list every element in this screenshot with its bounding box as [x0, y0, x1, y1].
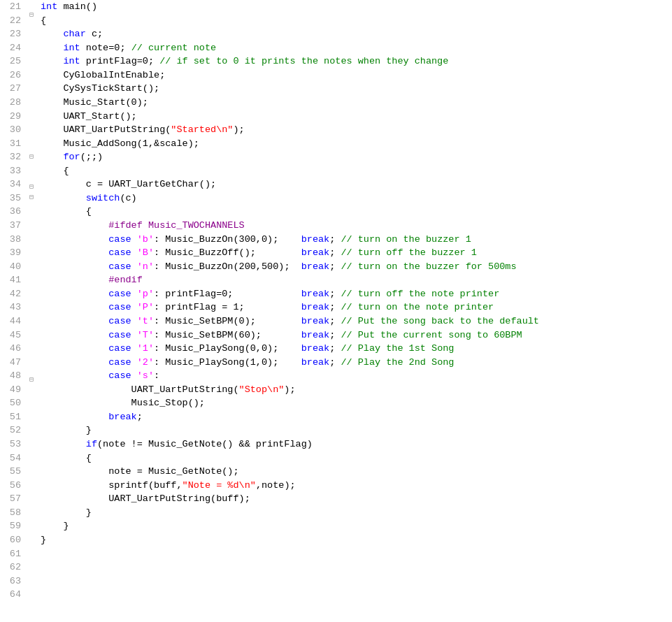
- plain-token: : Music_SetBPM(60);: [154, 330, 301, 340]
- plain-token: [131, 357, 137, 368]
- line-number: 26: [3, 68, 21, 82]
- plain-token: [41, 234, 108, 245]
- fold-marker: [27, 142, 36, 152]
- kw-token: break: [301, 330, 330, 340]
- code-line: sprintf(buff,"Note = %d\n",note);: [41, 479, 672, 493]
- cm-token: // current note: [131, 43, 217, 53]
- plain-token: [41, 275, 108, 285]
- plain-token: }: [41, 535, 46, 545]
- code-line: case '2': Music_PlaySong(1,0); break; //…: [41, 356, 672, 370]
- fold-marker[interactable]: ⊟: [27, 182, 36, 193]
- line-number: 60: [3, 533, 21, 547]
- plain-token: UART_UartPutString(buff);: [41, 493, 250, 504]
- fold-marker: [27, 101, 36, 112]
- line-number: 43: [3, 301, 21, 314]
- plain-token: {: [41, 166, 69, 176]
- fold-marker[interactable]: ⊟: [27, 375, 36, 386]
- cm-token: // Put the current song to 60BPM: [341, 330, 522, 340]
- plain-token: );: [233, 124, 244, 135]
- cm-token: // turn on the buzzer for 500ms: [341, 261, 516, 272]
- fold-marker[interactable]: ⊟: [27, 193, 36, 203]
- fold-marker: [27, 385, 36, 396]
- fold-marker: [27, 263, 36, 274]
- plain-token: : Music_BuzzOn(300,0);: [154, 234, 301, 245]
- line-number: 48: [3, 369, 21, 383]
- plain-token: (c): [120, 193, 136, 203]
- plain-token: {: [41, 453, 92, 463]
- fold-marker: [27, 294, 36, 305]
- plain-token: CySysTickStart();: [41, 83, 159, 94]
- code-line: }: [41, 519, 672, 533]
- kw-token: case: [108, 261, 131, 272]
- code-line: UART_UartPutString("Stop\n");: [41, 383, 672, 397]
- line-number: 36: [3, 205, 21, 219]
- plain-token: [131, 234, 137, 245]
- plain-token: [41, 289, 108, 299]
- line-number: 37: [3, 219, 21, 233]
- line-number: 44: [3, 314, 21, 328]
- kw-token: int: [41, 1, 57, 12]
- fold-marker: [27, 426, 36, 436]
- fold-marker: [27, 436, 36, 447]
- fold-marker: [27, 112, 36, 122]
- plain-token: Music_AddSong(1,&scale);: [41, 138, 199, 149]
- kw-token: break: [301, 289, 330, 299]
- plain-token: ;: [329, 261, 341, 272]
- fold-marker: [27, 345, 36, 355]
- plain-token: note = Music_GetNote();: [41, 466, 239, 477]
- code-line: {: [41, 164, 672, 178]
- plain-token: ;: [137, 412, 143, 422]
- plain-token: ;: [329, 330, 341, 340]
- fold-marker: [27, 254, 36, 264]
- line-number: 23: [3, 27, 21, 41]
- fold-marker: [27, 233, 36, 244]
- fold-marker: [27, 173, 36, 183]
- plain-token: printFlag=0;: [80, 56, 159, 66]
- line-number: 31: [3, 137, 21, 151]
- cm-token: // turn on the note printer: [341, 302, 494, 312]
- plain-token: ;: [329, 247, 341, 258]
- code-line: int printFlag=0; // if set to 0 it print…: [41, 55, 672, 68]
- fold-marker[interactable]: ⊟: [27, 10, 36, 21]
- kw-token: int: [63, 43, 80, 53]
- line-number: 34: [3, 178, 21, 191]
- code-line: UART_Start();: [41, 110, 672, 124]
- code-line: case 'b': Music_BuzzOn(300,0); break; //…: [41, 233, 672, 247]
- fold-marker[interactable]: ⊟: [27, 152, 36, 163]
- plain-token: [41, 152, 63, 162]
- plain-token: CyGlobalIntEnable;: [41, 70, 165, 80]
- plain-token: ;: [329, 316, 341, 326]
- plain-token: Music_Start(0);: [41, 97, 148, 108]
- line-number: 29: [3, 110, 21, 124]
- kw-token: for: [63, 152, 80, 162]
- plain-token: [41, 343, 108, 354]
- plain-token: ;: [329, 357, 341, 368]
- plain-token: [41, 412, 108, 422]
- plain-token: [41, 357, 108, 368]
- pp-token: #endif: [108, 275, 143, 285]
- fold-marker: [27, 61, 36, 71]
- code-line: case 'T': Music_SetBPM(60); break; // Pu…: [41, 328, 672, 342]
- code-line: {: [41, 14, 672, 28]
- char-lit-token: 'B': [137, 247, 154, 258]
- code-line: for(;;): [41, 150, 672, 164]
- kw-token: break: [301, 261, 330, 272]
- kw-token: break: [301, 247, 330, 258]
- plain-token: c;: [86, 29, 103, 39]
- fold-gutter[interactable]: ⊟ ⊟ ⊟⊟ ⊟: [27, 0, 36, 622]
- str-token: "Stop\n": [239, 384, 285, 395]
- kw-token: case: [108, 302, 131, 312]
- line-number: 50: [3, 396, 21, 410]
- fold-marker: [27, 71, 36, 82]
- str-token: "Note = %d\n": [183, 480, 256, 491]
- cm-token: // turn off the note printer: [341, 289, 499, 299]
- plain-token: note=0;: [80, 43, 131, 53]
- plain-token: : printFlag = 1;: [154, 302, 301, 312]
- plain-token: [41, 247, 108, 258]
- kw-token: break: [301, 357, 330, 368]
- kw-token: break: [301, 302, 330, 312]
- code-content: int main(){ char c; int note=0; // curre…: [36, 0, 672, 622]
- kw-token: if: [86, 439, 97, 449]
- line-number: 25: [3, 55, 21, 68]
- line-number-gutter: 2122232425262728293031323334353637383940…: [0, 0, 27, 622]
